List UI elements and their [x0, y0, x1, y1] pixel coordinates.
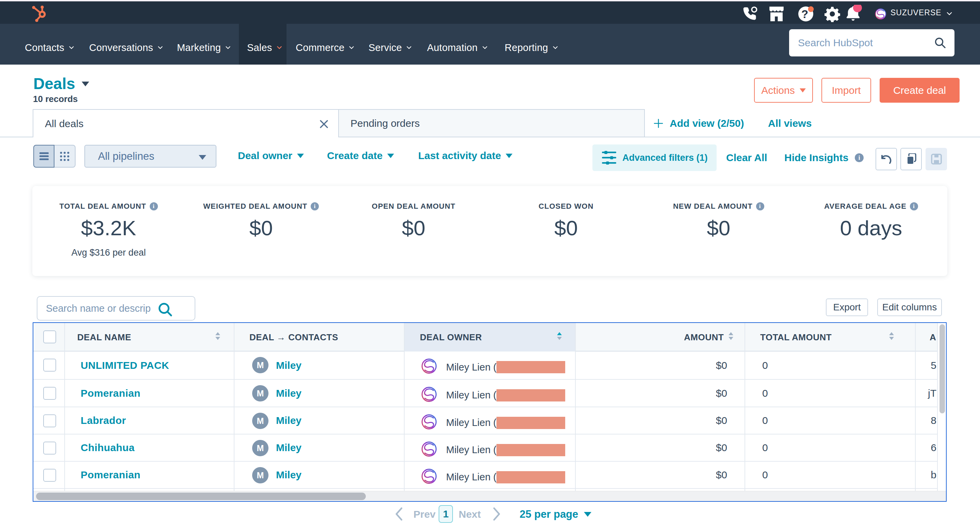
svg-text:?: ?	[801, 8, 808, 21]
